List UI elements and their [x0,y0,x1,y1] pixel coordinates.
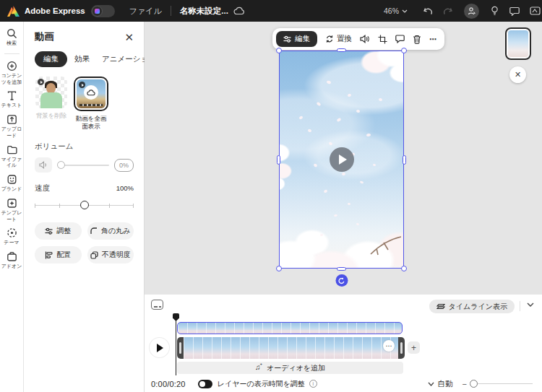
edit-button[interactable]: 編集 [276,31,317,47]
layer-duration-toggle[interactable] [198,380,212,388]
remove-background-thumbnail[interactable] [35,77,67,108]
video-clip-track[interactable]: ⋯ [177,337,405,359]
resize-handle-s[interactable] [337,267,346,271]
add-audio-button[interactable]: ♫+ オーディオを追加 [177,362,403,374]
mute-button[interactable] [35,157,52,173]
add-content-icon [7,61,17,71]
petal-graphic [348,94,352,97]
speed-slider[interactable] [35,200,134,210]
comment-icon[interactable] [509,6,520,16]
panel-tabs: 編集 効果 アニメーション [35,51,134,67]
audio-volume-button[interactable] [360,35,370,43]
video-properties-panel: 動画 ✕ 編集 効果 アニメーション 背景を削除 [24,22,145,392]
petal-graphic [360,180,364,183]
canvas-area: 編集 置換 ⋯ ✕ [145,22,542,295]
volume-slider[interactable] [57,161,109,170]
selected-layer-track[interactable] [177,322,403,334]
opacity-button[interactable]: 不透明度 [87,246,134,263]
page-thumbnail[interactable] [505,27,531,60]
petal-graphic [316,102,321,107]
volume-label: ボリューム [35,141,134,152]
timeline-view-button[interactable]: タイムライン表示 [429,300,515,313]
sidebar-item-theme[interactable]: テーマ [0,227,24,246]
clip-more-button[interactable]: ⋯ [383,340,395,352]
text-icon [7,90,17,101]
trim-handle-right[interactable] [398,337,405,359]
zoom-control[interactable]: 46% [384,6,408,15]
resize-handle-ne[interactable] [401,48,407,53]
tab-effects[interactable]: 効果 [69,51,95,67]
rotate-handle[interactable] [335,274,348,287]
page-thumbnail-preview [508,30,528,57]
captions-button[interactable] [151,300,163,310]
corner-radius-button[interactable]: 角の丸み [87,222,134,240]
sidebar-item-template[interactable]: テンプレート [0,198,24,223]
resize-handle-nw[interactable] [276,48,282,53]
sidebar-item-upload[interactable]: アップロード [0,114,24,139]
sidebar-item-brand[interactable]: ブランド [0,174,24,193]
petal-graphic [307,129,311,132]
panel-close-icon[interactable]: ✕ [124,32,134,43]
resize-handle-e[interactable] [403,155,406,165]
rotate-icon [338,277,345,284]
petal-graphic [366,133,371,136]
resize-handle-sw[interactable] [276,266,282,271]
sidebar-item-search[interactable]: 検索 [0,28,24,47]
sidebar-item-my-files[interactable]: マイファイル [0,144,24,170]
left-rail: 検索 コンテンツを追加 テキスト アップロード マイファイル ブランド テンプレ… [0,22,24,392]
volume-value[interactable]: 0% [114,159,134,172]
ideas-lightbulb-icon[interactable] [490,6,499,16]
resize-handle-se[interactable] [401,266,407,271]
comment-button[interactable] [395,35,405,43]
video-fullscreen-label: 動画を全画面表示 [74,115,108,131]
rail-divider [4,53,20,54]
add-scene-button[interactable]: + [408,341,420,354]
video-fullscreen-thumbnail[interactable] [74,77,108,111]
more-options-button[interactable]: ⋯ [429,35,438,43]
app-name: Adobe Express [25,6,85,15]
speed-slider-knob[interactable] [80,201,89,209]
theme-icon [7,227,17,238]
auto-zoom-select[interactable]: 自動 [428,379,453,389]
petal-graphic [356,109,361,113]
play-preview-button[interactable] [330,147,354,172]
sidebar-item-text[interactable]: テキスト [0,90,24,109]
adjust-icon [45,227,53,235]
trim-handle-left[interactable] [177,337,184,359]
panel-title: 動画 [35,30,54,43]
account-avatar[interactable] [464,4,479,19]
resize-handle-n[interactable] [337,48,346,52]
delete-button[interactable] [413,35,421,44]
align-button[interactable]: 配置 [35,246,82,263]
sidebar-item-addons[interactable]: アドオン [0,251,24,270]
petal-graphic [329,141,333,146]
redo-button[interactable] [443,6,453,16]
share-icon[interactable] [530,6,541,16]
folder-icon [7,144,17,155]
workspace-toggle[interactable] [91,5,115,17]
tab-edit[interactable]: 編集 [35,51,67,67]
crop-button[interactable] [378,35,387,44]
selected-video-element[interactable] [279,51,404,269]
timeline-zoom-slider[interactable]: − [463,380,533,388]
zoom-out-icon[interactable]: − [463,380,467,388]
replace-button[interactable]: 置換 [325,34,352,44]
undo-button[interactable] [423,6,433,16]
volume-slider-knob[interactable] [57,161,65,169]
document-title[interactable]: 名称未設定... [180,6,228,17]
template-icon [7,198,17,209]
comment-icon [395,35,405,43]
close-page-button[interactable]: ✕ [509,66,526,83]
resize-handle-w[interactable] [277,155,280,165]
cloud-sync-icon [233,6,245,15]
collapse-timeline-icon[interactable] [527,302,534,307]
timeline-zoom-knob[interactable] [470,380,478,388]
play-badge-icon [79,82,85,88]
timeline-divider [520,301,520,311]
petal-graphic [298,116,303,120]
timeline-panel: タイムライン表示 ⋯ + ♫+ オーディオを追加 0:00/0:20 レイヤーの… [145,295,542,392]
file-menu[interactable]: ファイル [129,6,162,17]
sidebar-item-add-content[interactable]: コンテンツを追加 [0,61,24,86]
timeline-play-button[interactable] [150,338,169,357]
adjust-button[interactable]: 調整 [35,222,82,240]
